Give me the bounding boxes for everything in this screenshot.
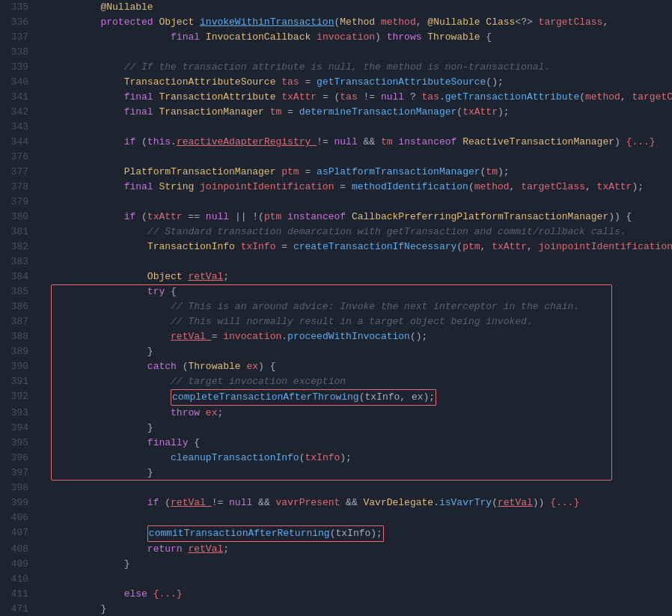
line-number: 393: [0, 406, 37, 421]
token: method: [585, 91, 620, 103]
token: if: [124, 136, 141, 147]
token: (: [141, 136, 147, 147]
token: (: [165, 497, 171, 508]
code-line: 410: [0, 572, 672, 587]
token: Throwable: [188, 361, 246, 372]
highlighted-code: completeTransactionAfterThrowing(txInfo,…: [171, 389, 436, 406]
token: ,: [620, 91, 632, 103]
token: determineTransactionManager: [299, 106, 457, 118]
line-number: 390: [0, 359, 37, 374]
token: )): [533, 497, 550, 508]
code-content: }: [51, 466, 672, 481]
token: ptm: [281, 166, 305, 177]
token: joinpointIdentification: [539, 241, 672, 252]
code-content: }: [51, 421, 672, 436]
token: // target invocation exception: [171, 376, 346, 387]
code-content: throw ex;: [51, 406, 672, 421]
token: targetClass: [539, 16, 603, 28]
token: txAttr: [462, 106, 498, 118]
code-content: // This is an around advice: Invoke the …: [51, 299, 672, 314]
token: invocation: [317, 31, 375, 43]
token: // If the transaction attribute is null,…: [124, 61, 551, 73]
token: // Standard transaction demarcation with…: [147, 226, 626, 237]
code-content: @Nullable: [51, 0, 672, 15]
line-number: 384: [0, 269, 37, 284]
token: // This is an around advice: Invoke the …: [171, 301, 579, 312]
code-line: 342 final TransactionManager tm = determ…: [0, 105, 672, 120]
code-line: 399 if (retVal != null && vavrPresent &&…: [0, 495, 672, 510]
line-number: 382: [0, 240, 37, 254]
token: tm: [381, 136, 398, 147]
code-line: 398: [0, 481, 672, 495]
token: createTransactionIfNecessary: [293, 241, 456, 252]
token: =: [305, 166, 317, 177]
token: throw: [171, 407, 206, 418]
token: }: [147, 422, 153, 433]
code-line: 385 try {: [0, 284, 672, 299]
token: (: [141, 211, 147, 222]
token: =: [287, 106, 299, 118]
token: tas: [422, 91, 439, 103]
line-number: 471: [0, 602, 37, 616]
code-line: 387 // This will normally result in a ta…: [0, 314, 672, 329]
token: <?>: [515, 16, 538, 28]
code-content: // If the transaction attribute is null,…: [51, 60, 672, 75]
token: txInfo: [241, 241, 282, 252]
token: isVavrTry: [439, 497, 492, 508]
token: null: [335, 136, 364, 147]
code-content: protected Object invokeWithinTransaction…: [51, 15, 672, 30]
code-line: 390 catch (Throwable ex) {: [0, 359, 672, 374]
token: @Nullable: [100, 1, 153, 13]
token: &&: [258, 497, 275, 508]
line-number: 409: [0, 557, 37, 572]
code-content: else {...}: [51, 587, 672, 602]
token: ==: [188, 211, 205, 222]
line-number: 406: [0, 510, 37, 525]
line-number: 386: [0, 299, 37, 314]
code-content: return retVal;: [51, 542, 672, 557]
token: if: [147, 497, 165, 508]
code-line: 391 // target invocation exception: [0, 374, 672, 389]
code-content: PlatformTransactionManager ptm = asPlatf…: [51, 165, 672, 180]
code-content: try {: [51, 284, 672, 299]
token: =: [305, 76, 317, 88]
code-line: 377 PlatformTransactionManager ptm = asP…: [0, 165, 672, 180]
code-line: 406: [0, 510, 672, 525]
token: {: [194, 437, 200, 448]
token: =: [281, 241, 293, 252]
code-line: 395 finally {: [0, 436, 672, 451]
token: ,: [480, 241, 492, 252]
token: else: [124, 588, 153, 600]
code-content: completeTransactionAfterThrowing(txInfo,…: [51, 389, 672, 406]
token: cleanupTransactionInfo: [171, 452, 299, 463]
token: return: [147, 543, 189, 555]
token: Method: [340, 16, 381, 28]
token: VavrDelegate: [364, 497, 434, 508]
code-line: 340 TransactionAttributeSource tas = get…: [0, 75, 672, 90]
token: );: [498, 106, 510, 118]
code-content: TransactionAttributeSource tas = getTran…: [51, 75, 672, 90]
token: );: [498, 166, 510, 177]
token: retVal: [498, 497, 533, 508]
line-number: 344: [0, 135, 37, 150]
token: method: [474, 181, 510, 192]
token: TransactionAttribute: [159, 91, 281, 103]
code-content: // This will normally result in a target…: [51, 314, 672, 329]
line-number: 381: [0, 225, 37, 240]
token: ();: [410, 331, 427, 342]
token: instanceof: [398, 136, 462, 147]
line-number: 395: [0, 436, 37, 451]
code-line: 379: [0, 195, 672, 210]
token: ) {: [258, 361, 275, 372]
token: CallbackPreferringPlatformTransactionMan…: [352, 211, 608, 222]
token: retVal: [188, 543, 223, 555]
line-number: 396: [0, 451, 37, 466]
token: }: [147, 467, 153, 478]
token: PlatformTransactionManager: [124, 166, 282, 177]
token: targetClass: [632, 91, 672, 103]
token: {...}: [153, 588, 183, 600]
token: targetClass: [521, 181, 585, 192]
code-content: TransactionInfo txInfo = createTransacti…: [51, 240, 672, 254]
token: =: [340, 181, 352, 192]
token: null: [206, 211, 235, 222]
